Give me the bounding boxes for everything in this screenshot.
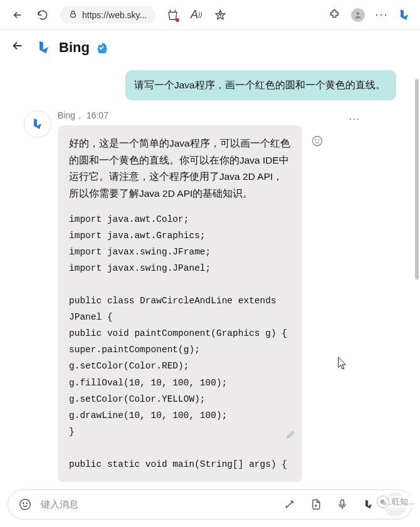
refresh-button[interactable] — [31, 4, 54, 26]
bot-avatar — [24, 110, 51, 138]
bing-logo-wrap: Bing — [35, 39, 107, 56]
url-text: https://web.sky... — [82, 10, 147, 20]
watermark: 旺知... — [377, 496, 415, 508]
svg-point-4 — [318, 140, 319, 140]
svg-point-5 — [20, 499, 31, 510]
chat-body: 请写一个Java程序，画一个红色的圆和一个黄色的直线。 Bing， 16:07 … — [0, 65, 420, 482]
wechat-icon — [377, 496, 389, 508]
extensions-icon[interactable] — [323, 4, 345, 26]
verified-badge-icon — [96, 42, 107, 53]
back-button[interactable] — [6, 4, 29, 26]
attach-file-button[interactable] — [304, 493, 328, 516]
chat-title: Bing — [59, 39, 90, 56]
magic-button[interactable] — [278, 493, 302, 516]
bot-message-row: Bing， 16:07 ⋯ 好的，这是一个简单的Java程序，可以画一个红色的圆… — [0, 110, 420, 482]
browser-toolbar: https://web.sky... A)) ··· — [0, 0, 420, 30]
emoji-button[interactable] — [13, 493, 37, 516]
bing-sidebar-icon[interactable] — [395, 6, 414, 24]
svg-rect-0 — [71, 13, 76, 16]
bot-intro-text: 好的，这是一个简单的Java程序，可以画一个红色的圆和一个黄色的直线。你可以在你… — [69, 135, 291, 202]
svg-point-2 — [313, 137, 322, 146]
notification-dot — [176, 18, 179, 22]
read-aloud-icon[interactable]: A)) — [186, 4, 207, 26]
chat-back-button[interactable] — [9, 39, 26, 56]
react-smile-icon[interactable] — [311, 134, 323, 154]
bot-message-bubble: 好的，这是一个简单的Java程序，可以画一个红色的圆和一个黄色的直线。你可以在你… — [58, 125, 302, 482]
favorite-icon[interactable] — [209, 4, 231, 26]
shopping-icon[interactable] — [162, 4, 183, 26]
user-message-text: 请写一个Java程序，画一个红色的圆和一个黄色的直线。 — [134, 80, 386, 90]
bot-code-block: import java.awt.Color; import java.awt.G… — [69, 211, 291, 473]
chat-header: Bing — [0, 30, 420, 65]
message-menu-icon[interactable]: ⋯ — [349, 112, 361, 125]
message-input-bar: 键入消息 ··· — [8, 489, 412, 519]
svg-point-6 — [23, 503, 24, 504]
user-message: 请写一个Java程序，画一个红色的圆和一个黄色的直线。 — [125, 70, 396, 100]
bing-logo-icon — [35, 39, 53, 56]
svg-point-3 — [315, 140, 316, 140]
edit-icon[interactable] — [286, 427, 296, 445]
watermark-text: 旺知... — [392, 496, 415, 508]
svg-point-10 — [383, 501, 386, 504]
svg-point-1 — [357, 12, 360, 15]
mic-button[interactable] — [330, 493, 354, 516]
svg-point-7 — [26, 503, 27, 504]
profile-icon[interactable] — [347, 4, 369, 26]
svg-rect-8 — [341, 500, 344, 506]
message-input[interactable]: 键入消息 — [39, 499, 275, 511]
url-bar[interactable]: https://web.sky... — [60, 6, 155, 24]
more-icon[interactable]: ··· — [371, 4, 392, 26]
lock-icon — [69, 10, 77, 20]
